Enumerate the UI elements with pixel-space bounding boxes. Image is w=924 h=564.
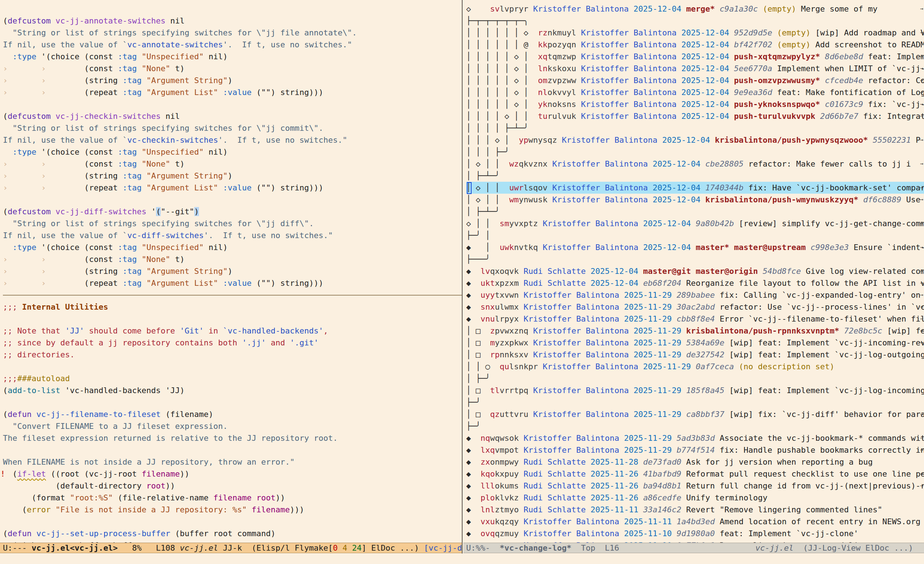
code-line[interactable]: › › (repeat :tag "Argument List" :value … [3,277,462,289]
code-line[interactable] [3,444,462,456]
log-buffer[interactable]: ◇ svlvpryr Kristoffer Balintona 2025-12-… [462,0,924,543]
log-row[interactable]: │ │ │ │ ◇ │ │ turulvuk Kristoffer Balint… [466,110,924,122]
buffer-name[interactable]: vc-jj.el<vc-jj.el> [32,543,117,552]
code-line[interactable] [3,396,462,408]
code-line[interactable]: (defcustom vc-jj-diff-switches '("--git"… [3,206,462,218]
log-graph-row[interactable]: │ ├─┴─╯ [466,170,924,182]
code-line[interactable]: (format "root:%S" (file-relative-name fi… [3,492,462,504]
log-graph-row[interactable]: │ ├─┴─╯ [466,206,924,218]
code-line[interactable]: › › (const :tag "None" t) [3,63,462,74]
minor-mode-indicator[interactable]: [vc-jj-diff-switches [424,543,462,552]
log-row[interactable]: │ │ │ │ │ ◇ │ nlokvvyl Kristoffer Balint… [466,86,924,98]
code-line[interactable] [3,289,462,301]
log-row[interactable]: │ □ myzxpkwx Kristoffer Balintona 2025-1… [466,337,924,349]
code-line[interactable] [3,516,462,528]
log-graph-row[interactable]: ├─╯ │ [466,229,924,241]
code-line[interactable]: › › (repeat :tag "Argument List" :value … [3,182,462,194]
code-line[interactable]: ! (if-let ((root (vc-jj-root filename)) [3,468,462,480]
code-line[interactable] [3,98,462,110]
log-row[interactable]: │ □ rpnnksxv Kristoffer Balintona 2025-1… [466,349,924,361]
code-line[interactable] [3,194,462,206]
code-line[interactable]: (add-to-list 'vc-handled-backends 'JJ) [3,384,462,396]
log-row[interactable]: ◆ lllokums Rudi Schlatte 2025-11-26 ba94… [466,480,924,492]
code-line[interactable]: The fileset expression returned is relat… [3,432,462,444]
log-row[interactable]: │ □ zpvwxznq Kristoffer Balintona 2025-1… [466,325,924,337]
log-row[interactable]: │ │ │ │ │ ◇ │ xqtqmzwp Kristoffer Balint… [466,51,924,63]
code-line[interactable]: (default-directory root)) [3,480,462,492]
log-row[interactable]: ◆ snxulwmx Kristoffer Balintona 2025-11-… [466,301,924,313]
code-line[interactable]: ;; directories. [3,349,462,361]
code-line[interactable]: › › (string :tag "Argument String") [3,74,462,86]
log-row[interactable]: │ │ ○ qulsnkpr Kristoffer Balintona 2025… [466,361,924,373]
log-graph-row[interactable]: ├─╯ [466,396,924,408]
code-line[interactable]: ;;;###autoload [3,373,462,384]
code-line[interactable]: "Convert FILENAME to a JJ fileset expres… [3,420,462,432]
log-row[interactable]: ◆ lvqxoqvk Rudi Schlatte 2025-12-04 mast… [466,265,924,277]
log-row[interactable]: ◆ ovqqzmuy Kristoffer Balintona 2025-11-… [466,528,924,540]
log-graph-row[interactable]: │ ├─╯ [466,373,924,384]
code-line[interactable]: When FILENAME is not inside a JJ reposit… [3,456,462,468]
log-row[interactable]: ◆ uktxpzxm Rudi Schlatte 2025-12-04 eb68… [466,277,924,289]
code-line[interactable]: (defcustom vc-jj-checkin-switches nil [3,110,462,122]
code-line[interactable] [3,3,462,15]
log-row[interactable]: │ │ │ │ │ ◇ │ omzvpzww Kristoffer Balint… [466,74,924,86]
code-line[interactable]: › › (const :tag "None" t) [3,253,462,265]
log-row[interactable]: │ │ │ │ │ │ @ kkpozyqn Kristoffer Balint… [466,39,924,51]
code-line[interactable]: ;;; Internal Utilities [3,301,462,313]
code-line[interactable]: "String or list of strings specifying sw… [3,122,462,134]
log-row[interactable]: │ │ │ ◇ │ ypwnysqz Kristoffer Balintona … [466,134,924,146]
log-row[interactable]: │ │ │ │ │ ◇ │ lnkskoxu Kristoffer Balint… [466,63,924,74]
modeline-active[interactable]: U:--- vc-jj.el<vc-jj.el> 8% L108 vc-jj.e… [0,543,462,553]
log-graph-row[interactable]: ├───╯ [466,253,924,265]
log-row[interactable]: ◆ kqokxpuy Rudi Schlatte 2025-11-26 41ba… [466,468,924,480]
code-line[interactable] [3,313,462,325]
code-line[interactable]: › › (const :tag "None" t) [3,158,462,170]
code-line[interactable]: › › (string :tag "Argument String") [3,265,462,277]
code-line[interactable]: (defcustom vc-jj-annotate-switches nil [3,15,462,27]
echo-area[interactable] [0,553,924,564]
code-line[interactable]: › › (repeat :tag "Argument List" :value … [3,86,462,98]
log-row[interactable]: ◇ │ │ smyvxptz Kristoffer Balintona 2025… [466,218,924,229]
code-line[interactable]: "String or list of strings specifying sw… [3,218,462,229]
log-row[interactable]: ◆ vqwytnuy Kristoffer Balintona 2025-11-… [466,540,924,543]
log-row[interactable]: │ │ │ │ │ ◇ │ yknoksns Kristoffer Balint… [466,98,924,110]
log-row[interactable]: │ │ │ │ │ │ ◇ rznkmuyl Kristoffer Balint… [466,27,924,39]
code-line[interactable]: :type '(choice (const :tag "Unspecified"… [3,241,462,253]
code-line[interactable]: ;; since by default a jj repository cont… [3,337,462,349]
log-graph-row[interactable]: ├─┬─┬─┬─┬─┬─╮ [466,15,924,27]
log-row[interactable]: ◆ vnulrpyx Kristoffer Balintona 2025-11-… [466,313,924,325]
log-row[interactable]: │ ◇ │ │ uwrlsqov Kristoffer Balintona 20… [466,182,924,194]
code-window[interactable]: (defcustom vc-jj-annotate-switches nil "… [0,0,462,543]
code-line[interactable]: (defun vc-jj--filename-to-fileset (filen… [3,408,462,420]
code-line[interactable]: :type '(choice (const :tag "Unspecified"… [3,51,462,63]
code-line[interactable]: ;; Note that 'JJ' should come before 'Gi… [3,325,462,337]
code-line[interactable]: (error "File is not inside a JJ reposito… [3,504,462,516]
code-line[interactable]: :type '(choice (const :tag "Unspecified"… [3,146,462,158]
log-row[interactable]: ◆ lxqvmpot Kristoffer Balintona 2025-11-… [466,444,924,456]
log-row[interactable]: ◆ ploklvkz Rudi Schlatte 2025-11-26 a86c… [466,492,924,504]
code-line[interactable]: (with-current-buffer buffer [3,540,462,543]
code-line[interactable]: › › (string :tag "Argument String") [3,170,462,182]
log-row[interactable]: ◆ lnlztmyo Rudi Schlatte 2025-11-11 33a1… [466,504,924,516]
code-buffer[interactable]: (defcustom vc-jj-annotate-switches nil "… [0,0,462,543]
log-row[interactable]: │ □ tlvrrtpq Kristoffer Balintona 2025-1… [466,384,924,396]
buffer-name[interactable]: *vc-change-log* [500,543,572,552]
log-window[interactable]: ◇ svlvpryr Kristoffer Balintona 2025-12-… [462,0,924,543]
code-line[interactable]: If nil, use the value of `vc-annotate-sw… [3,39,462,51]
code-line[interactable] [3,361,462,373]
log-row[interactable]: │ ◇ │ │ wmynwusk Kristoffer Balintona 20… [466,194,924,206]
code-line[interactable]: (defun vc-jj--set-up-process-buffer (buf… [3,528,462,540]
log-row[interactable]: ◆ │ uwknvtkq Kristoffer Balintona 2025-1… [466,241,924,253]
log-row[interactable]: ◇ svlvpryr Kristoffer Balintona 2025-12-… [466,3,924,15]
log-row[interactable]: │ ◇ │ │ wzqkvznx Kristoffer Balintona 20… [466,158,924,170]
modeline-inactive[interactable]: U:%%- *vc-change-log* Top L16vc-jj.el (J… [463,543,924,553]
log-graph-row[interactable]: │ │ │ ├─╯ [466,146,924,158]
log-row[interactable]: ◆ uyytxvwn Kristoffer Balintona 2025-11-… [466,289,924,301]
log-row[interactable]: ◆ vxukqzqy Kristoffer Balintona 2025-11-… [466,516,924,528]
log-row[interactable]: ◆ zxonmpwy Rudi Schlatte 2025-11-28 de73… [466,456,924,468]
code-line[interactable]: "String or list of strings specifying sw… [3,27,462,39]
log-graph-row[interactable]: │ │ │ │ ├─┴─╯ [466,122,924,134]
code-line[interactable]: If nil, use the value of `vc-diff-switch… [3,229,462,241]
log-graph-row[interactable]: ├─╯ [466,420,924,432]
log-row[interactable]: │ □ qzuttvru Kristoffer Balintona 2025-1… [466,408,924,420]
